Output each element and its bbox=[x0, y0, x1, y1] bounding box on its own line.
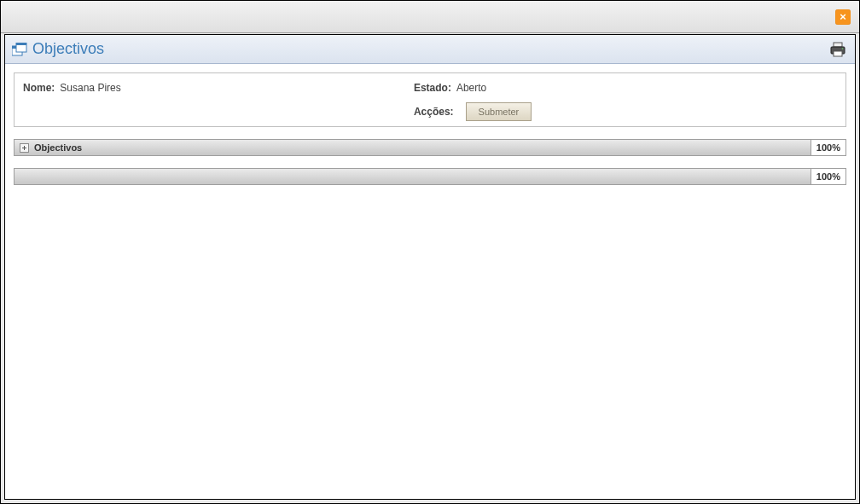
name-value: Susana Pires bbox=[60, 82, 120, 94]
title-bar: Objectivos bbox=[5, 35, 855, 64]
section-bar-objectivos: Objectivos 100% bbox=[14, 139, 846, 156]
window-icon bbox=[12, 43, 27, 56]
section-title: Objectivos bbox=[34, 142, 82, 153]
section-percent: 100% bbox=[811, 139, 846, 156]
print-button[interactable] bbox=[829, 41, 846, 58]
window-titlebar: × bbox=[1, 1, 859, 33]
expand-toggle[interactable] bbox=[20, 143, 29, 153]
actions-label: Acções: bbox=[414, 106, 454, 118]
info-panel: Nome: Susana Pires Estado: Aberto Acções… bbox=[14, 72, 846, 127]
status-value: Aberto bbox=[456, 82, 486, 94]
content-area: Nome: Susana Pires Estado: Aberto Acções… bbox=[5, 64, 855, 194]
field-status: Estado: Aberto bbox=[414, 82, 837, 94]
section-bar-total: 100% bbox=[14, 168, 846, 185]
close-button[interactable]: × bbox=[835, 9, 851, 25]
submit-button[interactable]: Submeter bbox=[466, 102, 532, 121]
svg-rect-4 bbox=[834, 43, 842, 47]
svg-rect-3 bbox=[16, 43, 26, 45]
modal-body: Objectivos Nome: Susana Pires bbox=[4, 34, 856, 500]
field-actions: Acções: Submeter bbox=[414, 102, 837, 121]
page-title: Objectivos bbox=[32, 40, 104, 58]
status-label: Estado: bbox=[414, 82, 451, 94]
name-label: Nome: bbox=[23, 82, 55, 94]
section-percent-2: 100% bbox=[811, 168, 846, 185]
svg-point-7 bbox=[842, 48, 844, 49]
field-name: Nome: Susana Pires bbox=[23, 82, 414, 94]
svg-rect-6 bbox=[834, 51, 842, 56]
modal-window: × Objectivos bbox=[0, 0, 860, 504]
